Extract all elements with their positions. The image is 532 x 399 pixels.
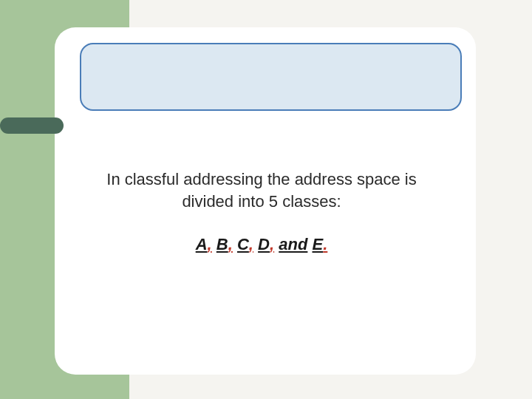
comma-4: , [270,235,274,253]
class-b: B [216,235,228,253]
bullet-decor [0,117,64,134]
classes-line: A, B, C, D, and E. [92,235,432,254]
title-box [80,43,462,111]
body-line-2: divided into 5 classes: [182,192,341,211]
class-a: A [196,235,208,253]
class-c: C [237,235,249,253]
comma-2: , [228,235,233,253]
slide-body-text: In classful addressing the address space… [92,168,432,212]
comma-3: , [249,235,253,253]
body-line-1: In classful addressing the address space… [106,170,416,188]
period: . [323,235,327,253]
class-d: D [258,235,270,253]
comma-1: , [208,235,212,253]
and-word: and [279,235,307,253]
class-e: E [313,235,324,253]
